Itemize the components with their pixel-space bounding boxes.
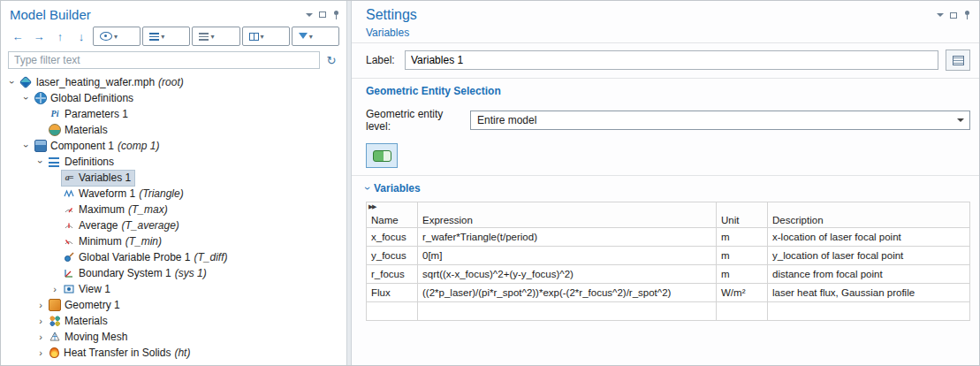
expand-icon[interactable] bbox=[34, 345, 47, 361]
show-button[interactable] bbox=[93, 27, 141, 46]
settings-title: Settings bbox=[366, 7, 937, 23]
heat-transfer-icon bbox=[49, 347, 59, 358]
move-down-button[interactable] bbox=[72, 27, 91, 45]
cell-expression[interactable]: ((2*p_laser)/(pi*r_spot^2))*exp(-(2*r_fo… bbox=[418, 284, 717, 302]
back-button[interactable] bbox=[8, 27, 27, 45]
cell-name[interactable] bbox=[367, 302, 418, 321]
expand-icon[interactable] bbox=[49, 281, 61, 297]
cell-description[interactable] bbox=[768, 302, 970, 321]
cell-unit[interactable]: m bbox=[717, 247, 768, 265]
tree-item-average[interactable]: Average(T_average) bbox=[1, 217, 346, 233]
geometric-entity-selection-heading: Geometric Entity Selection bbox=[366, 85, 970, 97]
columns-button[interactable] bbox=[242, 27, 290, 46]
tree-label: Definitions bbox=[65, 156, 114, 168]
tree-item-root[interactable]: laser_heating_wafer.mph(root) bbox=[1, 74, 346, 90]
selection-active-icon bbox=[373, 150, 391, 162]
geometric-entity-level-select[interactable]: Entire model bbox=[470, 111, 970, 130]
label-input[interactable] bbox=[405, 50, 938, 70]
cell-expression[interactable]: sqrt((x-x_focus)^2+(y-y_focus)^2) bbox=[418, 265, 717, 284]
cell-description[interactable]: laser heat flux, Gaussian profile bbox=[768, 284, 970, 302]
cell-name[interactable]: x_focus bbox=[367, 228, 418, 247]
cell-name[interactable]: r_focus bbox=[367, 265, 418, 284]
collapse-icon[interactable] bbox=[20, 90, 33, 106]
tree-item-boundary-system-1[interactable]: Boundary System 1(sys 1) bbox=[1, 265, 346, 281]
move-up-button[interactable] bbox=[50, 27, 70, 45]
cell-name[interactable]: y_focus bbox=[367, 247, 418, 265]
tree-label: Heat Transfer in Solids bbox=[64, 347, 171, 359]
variables-section: Variables Name Expression Unit Descripti… bbox=[352, 176, 979, 328]
panel-corner-controls bbox=[937, 10, 970, 20]
tree-label: Moving Mesh bbox=[65, 331, 127, 343]
tree-label: Waveform 1 bbox=[79, 187, 135, 200]
cell-description[interactable]: distance from focal point bbox=[768, 265, 970, 284]
waveform-icon bbox=[63, 187, 75, 200]
collapse-icon[interactable] bbox=[20, 138, 33, 154]
tree-item-view-1[interactable]: View 1 bbox=[1, 281, 346, 297]
filter-input[interactable] bbox=[8, 51, 320, 69]
cell-unit[interactable]: m bbox=[717, 265, 768, 284]
active-selection-toggle-button[interactable] bbox=[366, 143, 398, 168]
panel-menu-icon[interactable] bbox=[306, 13, 313, 20]
show-more-options-button[interactable] bbox=[946, 50, 970, 71]
cell-unit[interactable] bbox=[717, 302, 768, 321]
column-header-description: Description bbox=[768, 202, 970, 228]
panel-menu-icon[interactable] bbox=[937, 13, 944, 20]
tree-item-moving-mesh[interactable]: Moving Mesh bbox=[1, 329, 346, 345]
comsol-window: Model Builder ↻ laser_hea bbox=[0, 0, 980, 366]
collapse-icon[interactable] bbox=[6, 74, 19, 90]
cell-expression[interactable]: r_wafer*Triangle(t/period) bbox=[418, 228, 717, 247]
tree-item-global-definitions[interactable]: Global Definitions bbox=[1, 90, 346, 106]
column-header-unit: Unit bbox=[717, 202, 768, 228]
table-row-empty bbox=[367, 302, 970, 321]
variables-icon bbox=[63, 172, 75, 184]
expand-icon[interactable] bbox=[34, 329, 47, 345]
cell-name[interactable]: Flux bbox=[367, 284, 418, 302]
expand-icon[interactable] bbox=[34, 313, 47, 329]
tree-item-variables-1[interactable]: Variables 1 bbox=[1, 170, 346, 186]
tree-item-minimum[interactable]: Minimum(T_min) bbox=[1, 233, 346, 249]
tree-item-waveform-1[interactable]: Waveform 1(Triangle) bbox=[1, 186, 346, 202]
forward-button[interactable] bbox=[29, 27, 49, 45]
tree-item-parameters-1[interactable]: Parameters 1 bbox=[1, 106, 346, 122]
eye-icon bbox=[100, 32, 112, 41]
model-builder-header: Model Builder bbox=[1, 1, 346, 25]
table-header-row: Name Expression Unit Description bbox=[367, 202, 970, 228]
tree-item-maximum[interactable]: Maximum(T_max) bbox=[1, 202, 346, 217]
pin-icon[interactable] bbox=[963, 11, 970, 19]
collapse-section-icon[interactable] bbox=[361, 187, 374, 190]
tree-item-materials-global[interactable]: Materials bbox=[1, 122, 346, 138]
cell-description[interactable]: y_location of laser focal point bbox=[768, 247, 970, 265]
cell-description[interactable]: x-location of laser focal point bbox=[768, 228, 970, 247]
cell-expression[interactable] bbox=[418, 302, 717, 321]
tree-label: Global Variable Probe 1 bbox=[79, 251, 191, 263]
appearance-button[interactable] bbox=[292, 27, 339, 46]
tree-item-component-1[interactable]: Component 1(comp 1) bbox=[1, 138, 346, 154]
cell-unit[interactable]: m bbox=[717, 228, 768, 247]
label-row: Label: bbox=[352, 43, 979, 78]
tree-item-materials[interactable]: Materials bbox=[1, 313, 346, 329]
options-list-icon bbox=[953, 56, 964, 65]
tree-label: Average bbox=[79, 219, 118, 232]
expand-icon[interactable] bbox=[34, 297, 47, 313]
model-builder-toolbar bbox=[1, 25, 346, 50]
model-builder-panel: Model Builder ↻ laser_hea bbox=[1, 1, 346, 365]
tree-item-global-variable-probe-1[interactable]: Global Variable Probe 1(T_diff) bbox=[1, 249, 346, 265]
geometric-entity-level-label: Geometric entity level: bbox=[366, 108, 470, 133]
tree-item-definitions[interactable]: Definitions bbox=[1, 154, 346, 170]
view-icon bbox=[63, 283, 75, 295]
tree-label: Geometry 1 bbox=[65, 299, 120, 311]
float-window-icon[interactable] bbox=[319, 11, 326, 18]
tree-item-geometry-1[interactable]: Geometry 1 bbox=[1, 297, 346, 313]
model-tree-node-text-button[interactable] bbox=[142, 27, 190, 46]
sort-icon bbox=[199, 33, 209, 41]
refresh-icon[interactable]: ↻ bbox=[323, 54, 339, 67]
float-window-icon[interactable] bbox=[950, 12, 957, 19]
pin-icon[interactable] bbox=[332, 11, 339, 19]
tree-label: Parameters 1 bbox=[65, 108, 128, 120]
cell-expression[interactable]: 0[m] bbox=[418, 247, 717, 265]
sort-button[interactable] bbox=[192, 27, 239, 46]
collapse-icon[interactable] bbox=[34, 154, 47, 170]
cell-unit[interactable]: W/m² bbox=[717, 284, 768, 302]
tree-item-heat-transfer-in-solids[interactable]: Heat Transfer in Solids(ht) bbox=[1, 345, 346, 361]
tree-label: Materials bbox=[65, 315, 108, 327]
